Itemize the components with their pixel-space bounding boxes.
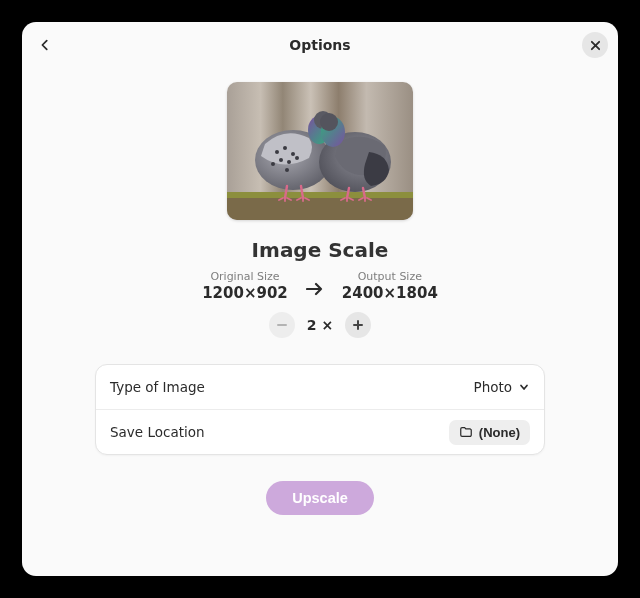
save-location-row: Save Location (None) bbox=[96, 409, 544, 454]
arrow-right-icon bbox=[306, 282, 324, 296]
chevron-down-icon bbox=[518, 381, 530, 393]
settings-card: Type of Image Photo Save Location (None) bbox=[95, 364, 545, 455]
save-location-value: (None) bbox=[479, 425, 520, 440]
output-size-label: Output Size bbox=[358, 270, 422, 283]
svg-point-16 bbox=[320, 113, 338, 131]
upscale-button[interactable]: Upscale bbox=[266, 481, 374, 515]
scale-stepper: 2 × bbox=[269, 312, 371, 338]
chevron-left-icon bbox=[38, 38, 52, 52]
output-size-value: 2400×1804 bbox=[342, 284, 438, 302]
svg-point-5 bbox=[283, 146, 287, 150]
size-row: Original Size 1200×902 Output Size 2400×… bbox=[202, 270, 438, 302]
original-size-value: 1200×902 bbox=[202, 284, 288, 302]
svg-point-8 bbox=[287, 160, 291, 164]
scale-value: 2 × bbox=[307, 317, 333, 333]
svg-point-4 bbox=[275, 150, 279, 154]
svg-point-11 bbox=[285, 168, 289, 172]
svg-rect-1 bbox=[227, 196, 413, 220]
svg-point-7 bbox=[279, 158, 283, 162]
svg-point-9 bbox=[295, 156, 299, 160]
close-button[interactable] bbox=[582, 32, 608, 58]
scale-decrement-button[interactable] bbox=[269, 312, 295, 338]
page-title: Options bbox=[289, 37, 350, 53]
original-size-label: Original Size bbox=[210, 270, 279, 283]
image-type-dropdown[interactable]: Photo bbox=[473, 379, 530, 395]
save-location-button[interactable]: (None) bbox=[449, 420, 530, 445]
svg-point-6 bbox=[291, 152, 295, 156]
folder-icon bbox=[459, 425, 473, 439]
image-type-label: Type of Image bbox=[110, 379, 205, 395]
back-button[interactable] bbox=[30, 30, 60, 60]
options-window: Options bbox=[22, 22, 618, 576]
output-size-block: Output Size 2400×1804 bbox=[342, 270, 438, 302]
image-preview bbox=[227, 82, 413, 220]
close-icon bbox=[590, 40, 601, 51]
minus-icon bbox=[276, 319, 288, 331]
header-bar: Options bbox=[22, 22, 618, 68]
scale-increment-button[interactable] bbox=[345, 312, 371, 338]
section-title: Image Scale bbox=[252, 238, 389, 262]
image-type-value: Photo bbox=[473, 379, 512, 395]
save-location-label: Save Location bbox=[110, 424, 205, 440]
svg-rect-2 bbox=[227, 192, 413, 198]
original-size-block: Original Size 1200×902 bbox=[202, 270, 288, 302]
image-type-row[interactable]: Type of Image Photo bbox=[96, 365, 544, 409]
svg-point-10 bbox=[271, 162, 275, 166]
content-area: Image Scale Original Size 1200×902 Outpu… bbox=[22, 68, 618, 537]
plus-icon bbox=[352, 319, 364, 331]
